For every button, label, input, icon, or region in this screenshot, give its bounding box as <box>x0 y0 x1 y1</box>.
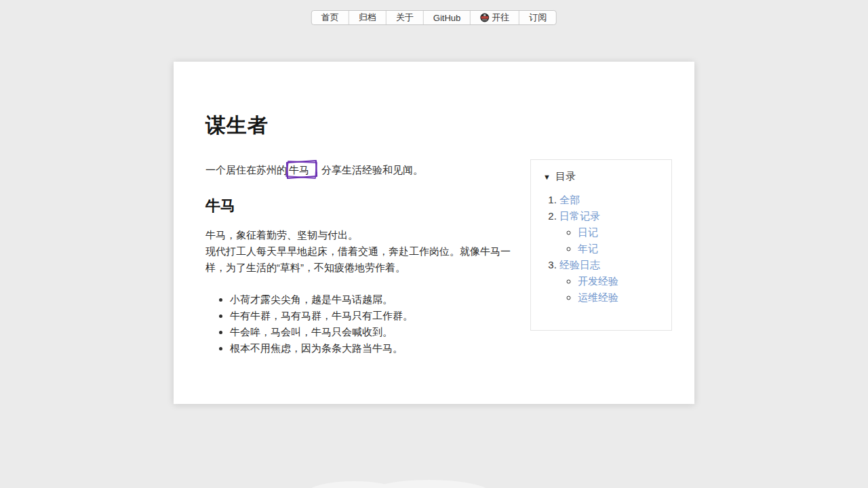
toc-sublist: 开发经验 运维经验 <box>559 273 662 306</box>
nav-item-label: GitHub <box>433 13 460 23</box>
toc-link-dev-exp[interactable]: 开发经验 <box>578 275 618 287</box>
intro-highlight: 牛马 <box>289 164 309 176</box>
toc-subitem: 开发经验 <box>578 273 662 289</box>
list-item: 牛会哞，马会叫，牛马只会喊收到。 <box>230 324 512 340</box>
section-heading: 牛马 <box>205 196 512 216</box>
toc-sublist: 日记 年记 <box>559 224 662 257</box>
annotated-keyword: 牛马 <box>287 162 311 178</box>
nav-item-github[interactable]: GitHub <box>423 11 470 24</box>
list-item: 牛有牛群，马有马群，牛马只有工作群。 <box>230 308 512 324</box>
toc-item: 日常记录 日记 年记 <box>559 208 662 257</box>
nav-item-travellings[interactable]: 开往 <box>470 11 519 24</box>
toc-link-diary[interactable]: 日记 <box>578 226 598 238</box>
content-card: ▼ 目录 全部 日常记录 日记 年记 <box>174 62 694 404</box>
nav-item-label: 开往 <box>492 12 509 24</box>
toc-title: 目录 <box>555 170 576 183</box>
bullet-list: 小荷才露尖尖角，越是牛马话越屌。 牛有牛群，马有马群，牛马只有工作群。 牛会哞，… <box>205 291 512 357</box>
nav-item-home[interactable]: 首页 <box>312 11 349 24</box>
intro-text-before: 一个居住在苏州的 <box>205 164 287 176</box>
toc-subitem: 运维经验 <box>578 289 662 306</box>
footer-cloud-decoration <box>366 480 492 488</box>
page-title: 谋生者 <box>205 113 512 138</box>
nav-item-archive[interactable]: 归档 <box>349 11 386 24</box>
paragraph-line-2: 现代打工人每天早早地起床，借着交通，奔赴工作岗位。就像牛马一样，为了生活的“草料… <box>205 245 511 273</box>
section-paragraph: 牛马，象征着勤劳、坚韧与付出。 现代打工人每天早早地起床，借着交通，奔赴工作岗位… <box>205 227 512 276</box>
nav-item-subscribe[interactable]: 订阅 <box>519 11 556 24</box>
toc-item: 全部 <box>559 192 662 208</box>
toc-toggle[interactable]: ▼ 目录 <box>543 170 662 183</box>
nav-item-about[interactable]: 关于 <box>386 11 423 24</box>
nav-item-label: 关于 <box>396 12 414 24</box>
toc-item: 经验日志 开发经验 运维经验 <box>559 257 662 306</box>
nav-item-label: 首页 <box>321 12 339 24</box>
intro-paragraph: 一个居住在苏州的 牛马，分享生活经验和见闻。 <box>205 162 512 178</box>
toc-link-experience[interactable]: 经验日志 <box>559 259 600 270</box>
paragraph-line-1: 牛马，象征着勤劳、坚韧与付出。 <box>205 229 358 241</box>
nav-item-label: 归档 <box>359 12 376 24</box>
toc-list: 全部 日常记录 日记 年记 经验日志 <box>543 192 662 306</box>
article-column: 谋生者 一个居住在苏州的 牛马，分享生活经验和见闻。 牛马 牛马，象征着勤劳、坚… <box>205 113 512 357</box>
toc-link-daily[interactable]: 日常记录 <box>559 210 600 222</box>
chevron-down-icon: ▼ <box>543 173 551 181</box>
list-item: 小荷才露尖尖角，越是牛马话越屌。 <box>230 291 512 308</box>
toc-subitem: 日记 <box>578 224 662 241</box>
toc-link-yearnote[interactable]: 年记 <box>578 243 598 254</box>
top-navigation: 首页 归档 关于 GitHub 开往 订阅 <box>311 10 557 25</box>
intro-text-after: ，分享生活经验和见闻。 <box>311 164 423 176</box>
table-of-contents: ▼ 目录 全部 日常记录 日记 年记 <box>530 159 672 331</box>
nav-item-label: 订阅 <box>529 12 547 24</box>
list-item: 根本不用焦虑，因为条条大路当牛马。 <box>230 340 512 357</box>
travellings-train-icon <box>480 13 490 22</box>
toc-subitem: 年记 <box>578 241 662 257</box>
toc-link-all[interactable]: 全部 <box>559 194 580 205</box>
toc-link-ops-exp[interactable]: 运维经验 <box>578 291 618 303</box>
